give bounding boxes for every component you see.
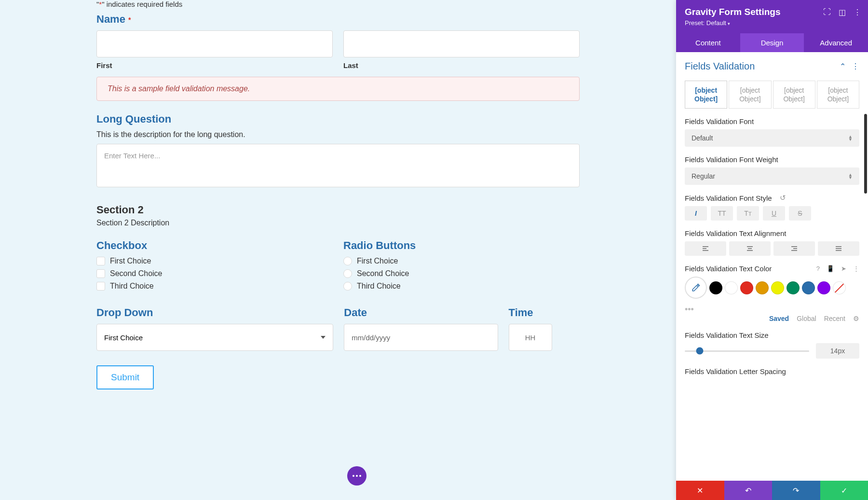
radio-icon[interactable] (343, 257, 352, 265)
cursor-icon[interactable]: ➤ (841, 265, 846, 272)
section-title[interactable]: Fields Validation (685, 61, 755, 72)
preset-tab[interactable]: [object Object] (729, 81, 771, 109)
last-name-input[interactable] (343, 30, 580, 57)
color-swatch[interactable] (756, 281, 769, 294)
align-right-button[interactable] (773, 241, 815, 256)
tab-design[interactable]: Design (740, 33, 804, 52)
slider-thumb[interactable] (696, 347, 703, 355)
radio-label: Radio Buttons (343, 239, 580, 252)
preset-tab[interactable]: [object Object] (773, 81, 815, 109)
dropdown-label: Drop Down (96, 306, 333, 319)
close-icon: ✕ (697, 486, 703, 495)
time-input[interactable] (509, 324, 552, 351)
fab-button[interactable] (347, 466, 366, 486)
close-button[interactable]: ✕ (676, 481, 724, 500)
weight-select[interactable]: Regular ▲▼ (685, 167, 859, 185)
color-swatch[interactable] (817, 281, 830, 294)
strikethrough-toggle[interactable]: S (789, 206, 811, 221)
color-swatch[interactable] (709, 281, 722, 294)
redo-button[interactable]: ↷ (772, 481, 820, 500)
preset-tab[interactable]: [object Object] (817, 81, 859, 109)
italic-toggle[interactable]: I (685, 206, 707, 221)
color-swatch[interactable] (802, 281, 815, 294)
form-canvas: "*" indicates required fields Name * Fir… (0, 0, 676, 500)
sidebar-body: Fields Validation ⌃ ⋮ [object Object] [o… (676, 52, 868, 481)
color-label: Fields Validation Text Color ? 📱 ➤ ⋮ (685, 264, 859, 273)
size-slider[interactable] (685, 350, 809, 352)
date-input[interactable]: mm/dd/yyyy (344, 324, 498, 351)
dropdown-select[interactable]: First Choice (96, 324, 333, 351)
help-icon[interactable]: ? (816, 265, 820, 272)
chevron-up-icon[interactable]: ⌃ (840, 62, 846, 71)
radio-item[interactable]: Second Choice (343, 269, 580, 278)
eyedropper-icon (692, 283, 700, 292)
global-tab[interactable]: Global (797, 315, 816, 322)
scrollbar[interactable] (864, 114, 867, 194)
size-label: Fields Validation Text Size (685, 331, 859, 339)
color-swatch-none[interactable] (833, 281, 846, 294)
sidebar-header: Gravity Form Settings Preset: Default ⛶ … (676, 0, 868, 33)
columns-icon[interactable]: ◫ (839, 8, 846, 17)
size-value[interactable]: 14px (816, 343, 859, 359)
uppercase-toggle[interactable]: TT (711, 206, 733, 221)
chevron-down-icon (321, 336, 326, 339)
undo-icon: ↶ (745, 486, 751, 495)
recent-tab[interactable]: Recent (824, 315, 845, 322)
preset-dropdown[interactable]: Preset: Default (685, 19, 859, 27)
radio-icon[interactable] (343, 282, 352, 291)
check-icon: ✓ (841, 486, 847, 495)
color-swatch[interactable] (771, 281, 784, 294)
long-question-desc: This is the description for the long que… (96, 130, 580, 139)
more-icon[interactable]: ⋮ (853, 265, 859, 272)
gear-icon[interactable]: ⚙ (853, 315, 859, 322)
radio-icon[interactable] (343, 269, 352, 278)
checkbox-item[interactable]: Second Choice (96, 269, 333, 278)
long-question-textarea[interactable] (96, 144, 580, 187)
undo-button[interactable]: ↶ (724, 481, 773, 500)
preset-tab[interactable]: [object Object] (685, 81, 727, 109)
checkbox-icon[interactable] (96, 269, 105, 278)
tab-content[interactable]: Content (676, 33, 740, 52)
save-button[interactable]: ✓ (820, 481, 868, 500)
underline-toggle[interactable]: U (763, 206, 785, 221)
saved-tab[interactable]: Saved (769, 315, 789, 322)
time-label: Time (509, 306, 580, 319)
checkbox-icon[interactable] (96, 257, 105, 265)
color-picker-button[interactable] (685, 277, 707, 299)
last-sublabel: Last (343, 61, 580, 69)
reset-icon[interactable]: ↺ (780, 194, 786, 202)
checkbox-item[interactable]: Third Choice (96, 282, 333, 291)
color-swatch[interactable] (787, 281, 800, 294)
radio-item[interactable]: First Choice (343, 257, 580, 265)
tab-advanced[interactable]: Advanced (804, 33, 868, 52)
align-center-button[interactable] (729, 241, 771, 256)
more-colors-icon[interactable]: ••• (685, 305, 859, 315)
font-label: Fields Validation Font (685, 117, 859, 125)
weight-label: Fields Validation Font Weight (685, 155, 859, 164)
sidebar-tabs: Content Design Advanced (676, 33, 868, 52)
more-icon (353, 475, 361, 477)
align-justify-button[interactable] (818, 241, 859, 256)
validation-message: This is a sample field validation messag… (96, 77, 580, 101)
phone-icon[interactable]: 📱 (827, 265, 834, 272)
font-select[interactable]: Default ▲▼ (685, 129, 859, 147)
settings-sidebar: Gravity Form Settings Preset: Default ⛶ … (676, 0, 868, 500)
checkbox-label: Checkbox (96, 239, 333, 252)
checkbox-item[interactable]: First Choice (96, 257, 333, 265)
more-icon[interactable]: ⋮ (852, 62, 859, 71)
sidebar-footer: ✕ ↶ ↷ ✓ (676, 481, 868, 500)
checkbox-icon[interactable] (96, 282, 105, 291)
radio-item[interactable]: Third Choice (343, 282, 580, 291)
first-name-input[interactable] (96, 30, 333, 57)
color-swatch[interactable] (740, 281, 753, 294)
submit-button[interactable]: Submit (96, 365, 154, 389)
date-label: Date (344, 306, 498, 319)
color-swatch[interactable] (725, 281, 738, 294)
required-indicator: "*" indicates required fields (96, 0, 580, 8)
align-left-button[interactable] (685, 241, 726, 256)
more-icon[interactable]: ⋮ (854, 8, 861, 17)
expand-icon[interactable]: ⛶ (823, 8, 831, 17)
preset-tabs: [object Object] [object Object] [object … (685, 81, 859, 109)
spacing-label: Fields Validation Letter Spacing (685, 367, 859, 375)
smallcaps-toggle[interactable]: TT (737, 206, 759, 221)
